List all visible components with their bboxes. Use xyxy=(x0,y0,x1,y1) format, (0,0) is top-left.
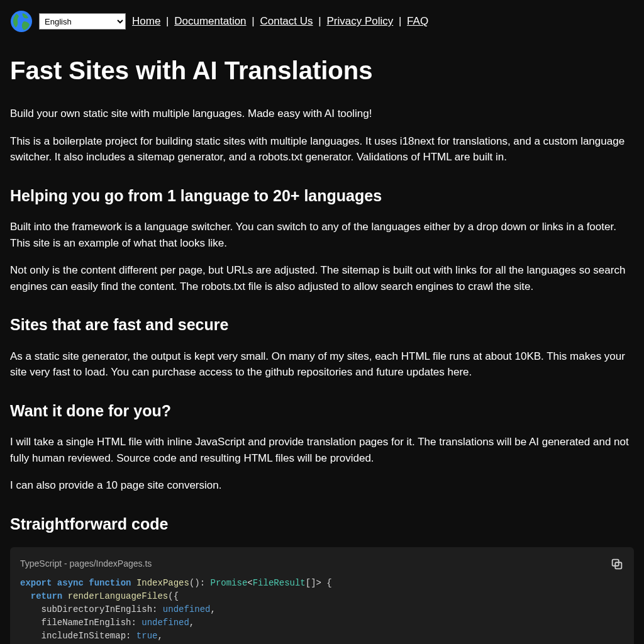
nav-separator: | xyxy=(393,15,407,27)
copy-icon xyxy=(610,564,624,573)
done-for-you-paragraph-2: I can also provide a 10 page site conver… xyxy=(10,477,634,494)
section-heading-languages: Helping you go from 1 language to 20+ la… xyxy=(10,184,634,208)
code-label: TypeScript - pages/IndexPages.ts xyxy=(20,557,624,570)
nav-separator: | xyxy=(247,15,260,27)
site-header: English Home | Documentation | Contact U… xyxy=(10,10,634,33)
language-select[interactable]: English xyxy=(39,13,126,30)
section-heading-done-for-you: Want it done for you? xyxy=(10,399,634,423)
globe-icon xyxy=(10,10,33,33)
copy-button[interactable] xyxy=(609,556,625,574)
languages-paragraph-1: Built into the framework is a language s… xyxy=(10,219,634,251)
nav-documentation[interactable]: Documentation xyxy=(174,15,246,27)
nav-home[interactable]: Home xyxy=(132,15,160,27)
section-heading-fast-secure: Sites that are fast and secure xyxy=(10,313,634,337)
top-nav: Home | Documentation | Contact Us | Priv… xyxy=(132,13,428,30)
intro-paragraph-2: This is a boilerplate project for buildi… xyxy=(10,133,634,165)
nav-separator: | xyxy=(160,15,174,27)
fast-secure-paragraph: As a static site generator, the output i… xyxy=(10,348,634,380)
intro-paragraph-1: Build your own static site with multiple… xyxy=(10,106,634,122)
nav-contact[interactable]: Contact Us xyxy=(260,15,313,27)
code-block: TypeScript - pages/IndexPages.ts export … xyxy=(10,547,634,644)
section-heading-code: Straightforward code xyxy=(10,513,634,536)
nav-separator: | xyxy=(313,15,327,27)
languages-paragraph-2: Not only is the content different per pa… xyxy=(10,262,634,294)
code-content: export async function IndexPages(): Prom… xyxy=(20,577,624,644)
page-title: Fast Sites with AI Translations xyxy=(10,52,634,89)
nav-faq[interactable]: FAQ xyxy=(407,15,428,27)
done-for-you-paragraph-1: I will take a single HTML file with inli… xyxy=(10,434,634,466)
nav-privacy[interactable]: Privacy Policy xyxy=(326,15,393,27)
